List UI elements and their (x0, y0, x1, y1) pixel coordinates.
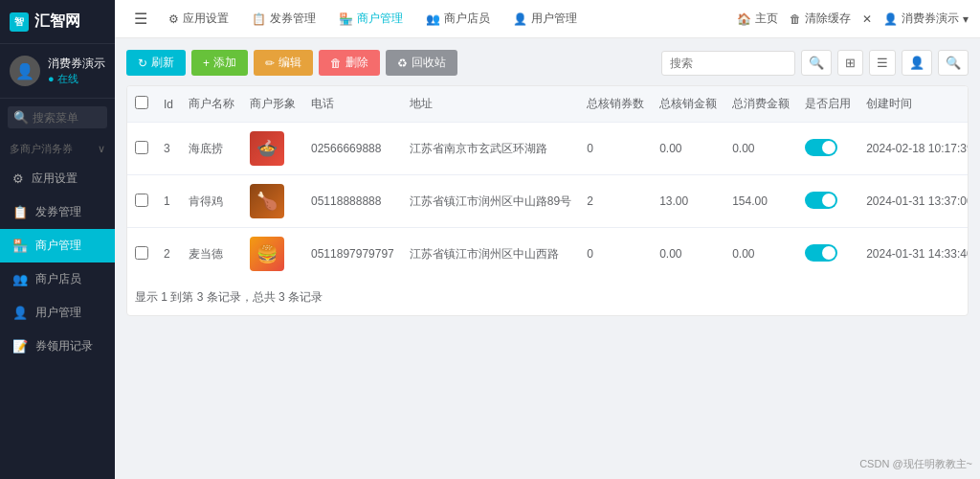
col-total-sales: 总核销金额 (652, 86, 724, 123)
sidebar-item-coupon-management[interactable]: 📋 发券管理 (0, 195, 115, 229)
cell-phone: 05118888888 (303, 175, 402, 228)
sidebar-item-label: 商户管理 (35, 238, 81, 254)
sidebar-item-app-settings[interactable]: ⚙ 应用设置 (0, 162, 115, 195)
close-btn[interactable]: ✕ (862, 12, 872, 26)
settings-nav-icon: ⚙ (168, 12, 179, 26)
pagination-text: 显示 1 到第 3 条记录，总共 3 条记录 (127, 280, 968, 315)
row-checkbox[interactable] (135, 194, 148, 207)
col-total-consumption: 总消费金额 (724, 86, 797, 123)
restore-label: 回收站 (412, 55, 446, 71)
clear-cache-btn[interactable]: 🗑 清除缓存 (790, 11, 851, 27)
cell-id: 2 (156, 228, 181, 281)
col-phone: 电话 (303, 86, 402, 123)
home-icon: 🏠 (737, 12, 751, 26)
chevron-icon: ∨ (98, 143, 105, 155)
cell-address: 江苏省南京市玄武区环湖路 (402, 123, 579, 175)
cell-total-sales: 0.00 (652, 123, 724, 175)
cell-img: 🍲 (242, 123, 303, 175)
top-nav-right: 🏠 主页 🗑 清除缓存 ✕ 👤 消费券演示 ▾ (737, 11, 969, 27)
cell-id: 3 (156, 123, 181, 175)
cell-name: 海底捞 (181, 123, 242, 175)
sidebar-item-label: 发券管理 (35, 204, 81, 220)
add-label: 添加 (213, 55, 236, 71)
user-info: 👤 消费券演示 ● 在线 (0, 44, 115, 99)
refresh-icon: ↻ (138, 57, 147, 70)
restore-icon: ♻ (397, 57, 408, 70)
cell-address: 江苏省镇江市润州区中山西路 (402, 228, 579, 281)
topnav-item-label: 发券管理 (270, 11, 316, 27)
sidebar-item-coupon-usage[interactable]: 📝 券领用记录 (0, 330, 115, 363)
merchant-nav-icon: 🏪 (339, 12, 353, 26)
cell-created-time: 2024-01-31 14:33:40 (858, 228, 969, 281)
enabled-toggle[interactable] (805, 192, 837, 209)
user-nav-icon: 👤 (513, 12, 527, 26)
delete-button[interactable]: 🗑 删除 (319, 50, 380, 76)
refresh-button[interactable]: ↻ 刷新 (126, 50, 186, 76)
edit-button[interactable]: ✏ 编辑 (254, 50, 313, 76)
table-row: 2 麦当德 🍔 0511897979797 江苏省镇江市润州区中山西路 0 0.… (127, 228, 969, 281)
topnav-item-store[interactable]: 👥 商户店员 (416, 7, 500, 31)
edit-icon: ✏ (265, 57, 275, 70)
topnav-item-app-settings[interactable]: ⚙ 应用设置 (159, 7, 238, 31)
sidebar-section: 多商户消务券 ∨ (0, 136, 115, 162)
cell-phone: 0511897979797 (303, 228, 402, 281)
logo: 智 汇智网 (0, 0, 115, 44)
cell-enabled[interactable] (797, 123, 858, 175)
sidebar-item-merchant-management[interactable]: 🏪 商户管理 (0, 229, 115, 262)
section-label: 多商户消务券 (10, 142, 73, 156)
user-filter-button[interactable]: 👤 (902, 50, 932, 76)
topnav-item-coupon[interactable]: 📋 发券管理 (242, 7, 325, 31)
home-label: 主页 (755, 11, 778, 27)
select-all-checkbox[interactable] (135, 96, 148, 109)
enabled-toggle[interactable] (805, 139, 837, 156)
merchant-image: 🍲 (250, 131, 284, 166)
row-checkbox[interactable] (135, 246, 148, 260)
edit-label: 编辑 (278, 55, 301, 71)
cell-address: 江苏省镇江市润州区中山路89号 (402, 175, 579, 228)
delete-label: 删除 (345, 55, 368, 71)
topnav-item-label: 商户管理 (357, 11, 403, 27)
home-link[interactable]: 🏠 主页 (737, 11, 778, 27)
search-button[interactable]: 🔍 (801, 50, 832, 76)
cell-enabled[interactable] (797, 175, 858, 228)
cell-total-consumption: 0.00 (724, 123, 797, 175)
nav-toggle[interactable]: ☰ (126, 6, 155, 32)
cell-total-coupons: 0 (579, 228, 652, 281)
search-icon: 🔍 (13, 110, 29, 125)
cell-enabled[interactable] (797, 228, 858, 281)
sidebar-item-merchant-store[interactable]: 👥 商户店员 (0, 262, 115, 296)
cell-total-sales: 0.00 (652, 228, 724, 281)
sidebar-search[interactable]: 🔍 (8, 106, 107, 128)
user-avatar-nav[interactable]: 👤 消费券演示 ▾ (883, 11, 969, 27)
col-address: 地址 (402, 86, 579, 123)
topnav-item-label: 用户管理 (531, 11, 577, 27)
sidebar-item-user-management[interactable]: 👤 用户管理 (0, 296, 115, 330)
cell-total-coupons: 0 (579, 123, 652, 175)
store-nav-icon: 👥 (426, 12, 440, 26)
user-nav-avatar-icon: 👤 (883, 12, 898, 26)
col-created-time: 创建时间 (858, 86, 969, 123)
cell-img: 🍗 (242, 175, 303, 228)
cell-total-sales: 13.00 (652, 175, 724, 228)
row-checkbox[interactable] (135, 141, 148, 154)
sidebar-item-label: 商户店员 (35, 271, 81, 287)
user-icon: 👤 (12, 306, 28, 320)
list-view-button[interactable]: ☰ (869, 50, 896, 76)
sidebar-search-input[interactable] (33, 111, 101, 125)
record-icon: 📝 (12, 339, 28, 354)
merchant-image: 🍗 (250, 184, 284, 218)
search-input[interactable] (661, 51, 795, 76)
restore-button[interactable]: ♻ 回收站 (386, 50, 457, 76)
toolbar: ↻ 刷新 + 添加 ✏ 编辑 🗑 删除 ♻ 回收站 🔍 ⊞ (126, 50, 969, 76)
add-button[interactable]: + 添加 (191, 50, 248, 76)
merchant-image: 🍔 (250, 237, 284, 271)
col-total-coupons: 总核销券数 (579, 86, 652, 123)
more-search-button[interactable]: 🔍 (938, 50, 969, 76)
enabled-toggle[interactable] (805, 244, 837, 262)
topnav-item-user[interactable]: 👤 用户管理 (503, 7, 587, 31)
logo-icon: 智 (10, 12, 29, 32)
grid-view-button[interactable]: ⊞ (837, 50, 863, 76)
merchant-table: Id 商户名称 商户形象 电话 地址 总核销券数 总核销金额 总消费金额 是否启… (126, 85, 969, 316)
add-icon: + (203, 57, 210, 70)
topnav-item-merchant[interactable]: 🏪 商户管理 (329, 7, 412, 31)
